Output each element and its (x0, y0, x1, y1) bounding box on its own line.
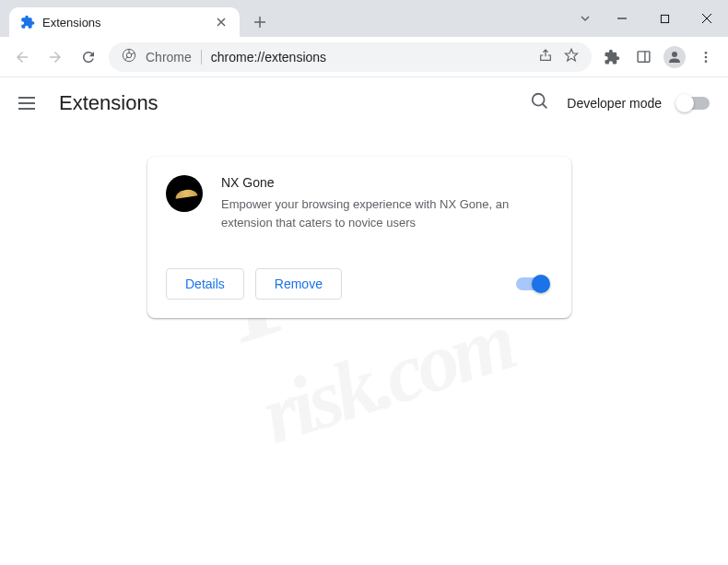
svg-rect-0 (661, 15, 668, 22)
puzzle-piece-icon (20, 15, 35, 29)
close-icon[interactable] (214, 15, 229, 29)
omnibox-actions (538, 48, 579, 65)
toolbar-icons (599, 44, 719, 70)
chevron-down-icon[interactable] (569, 13, 601, 24)
browser-toolbar: Chrome chrome://extensions (0, 37, 728, 77)
developer-mode-toggle[interactable] (678, 97, 710, 110)
extensions-icon[interactable] (599, 44, 625, 70)
reload-button[interactable] (76, 44, 101, 70)
omnibox-url: chrome://extensions (211, 50, 326, 65)
omnibox-divider (201, 50, 202, 65)
page-header: Extensions Developer mode (0, 77, 728, 129)
svg-point-7 (705, 55, 708, 58)
minimize-button[interactable] (601, 0, 643, 37)
developer-mode-label: Developer mode (567, 96, 662, 111)
extension-description: Empower your browsing experience with NX… (221, 195, 553, 231)
svg-line-10 (543, 104, 547, 109)
window-controls (569, 0, 728, 37)
header-right: Developer mode (530, 91, 710, 115)
svg-point-6 (705, 52, 708, 54)
extensions-list: NX Gone Empower your browsing experience… (0, 129, 728, 318)
extension-card-top: NX Gone Empower your browsing experience… (166, 175, 553, 231)
extension-card-bottom: Details Remove (166, 268, 553, 300)
chrome-logo-icon (122, 48, 136, 65)
details-button[interactable]: Details (166, 268, 244, 300)
tab-title: Extensions (42, 16, 206, 29)
svg-point-8 (705, 60, 708, 63)
svg-point-9 (533, 94, 545, 106)
omnibox-scheme: Chrome (146, 50, 192, 65)
close-window-button[interactable] (686, 0, 728, 37)
remove-button[interactable]: Remove (255, 268, 342, 300)
menu-dots-icon[interactable] (693, 44, 719, 70)
search-icon[interactable] (530, 91, 550, 115)
extension-info: NX Gone Empower your browsing experience… (221, 175, 553, 231)
address-bar[interactable]: Chrome chrome://extensions (109, 42, 592, 72)
browser-tab[interactable]: Extensions (9, 7, 240, 37)
page-title: Extensions (59, 91, 159, 115)
extension-card: NX Gone Empower your browsing experience… (147, 157, 571, 318)
sidepanel-icon[interactable] (630, 44, 656, 70)
window-titlebar: Extensions (0, 0, 728, 37)
profile-icon[interactable] (662, 44, 687, 70)
extension-icon (166, 175, 203, 212)
hamburger-menu-icon[interactable] (18, 92, 41, 114)
extension-enable-toggle[interactable] (516, 277, 547, 290)
svg-point-5 (672, 52, 677, 57)
extension-name: NX Gone (221, 175, 553, 190)
maximize-button[interactable] (643, 0, 686, 37)
svg-rect-3 (638, 52, 650, 62)
forward-button[interactable] (42, 44, 68, 70)
back-button[interactable] (9, 44, 35, 70)
new-tab-button[interactable] (247, 9, 273, 35)
bookmark-icon[interactable] (564, 48, 579, 65)
share-icon[interactable] (538, 48, 553, 65)
